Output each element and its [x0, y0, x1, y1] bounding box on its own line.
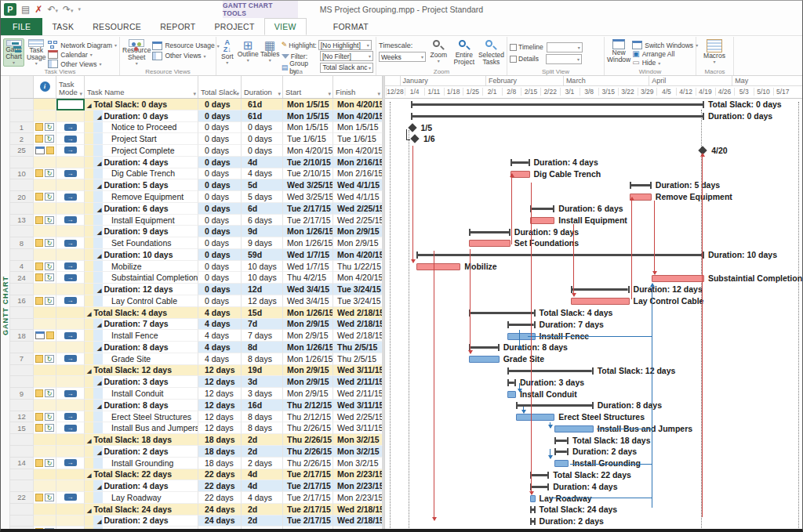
table-row[interactable]: ◢Duration: 9 days0 days9dMon 1/26/15Mon … — [10, 226, 383, 237]
finish-cell[interactable]: Wed 3/11/15 — [333, 365, 383, 377]
table-row[interactable]: ◢Duration: 3 days12 days3dMon 2/9/15Wed … — [10, 376, 383, 388]
gantt-chart-button[interactable]: Gantt Chart▾ — [3, 38, 24, 67]
other-views-2-button[interactable]: Other Views▾ — [152, 51, 219, 60]
task-mode-cell[interactable] — [56, 434, 85, 446]
tab-report[interactable]: REPORT — [151, 18, 205, 35]
row-number-cell[interactable] — [10, 365, 34, 377]
row-number-cell[interactable]: 8 — [10, 237, 34, 249]
task-mode-cell[interactable]: → — [56, 388, 85, 400]
task-name-cell[interactable]: Install Bus and Jumpers — [85, 422, 198, 434]
table-row[interactable]: ◢Total Slack: 12 days12 days19dMon 2/9/1… — [10, 365, 383, 377]
critical-task-bar[interactable] — [571, 298, 629, 305]
finish-cell[interactable]: Tue 3/24/15 — [333, 284, 383, 295]
indicators-cell[interactable]: ↻ — [34, 122, 56, 134]
duration-cell[interactable]: 0 days — [242, 133, 283, 145]
finish-cell[interactable]: Wed 3/11/15 — [333, 422, 383, 434]
indicators-cell[interactable] — [34, 365, 56, 377]
details-dropdown[interactable]: ▾ — [546, 54, 582, 64]
table-row[interactable]: ◢Total Slack: 24 days24 days2dTue 2/17/1… — [10, 504, 383, 516]
task-mode-cell[interactable] — [56, 110, 85, 122]
row-number-cell[interactable]: 15 — [10, 422, 34, 434]
task-bar[interactable] — [554, 460, 569, 467]
filter-arrow-icon[interactable]: ▾ — [377, 91, 380, 96]
start-cell[interactable]: Tue 2/17/15 — [283, 203, 333, 215]
start-cell[interactable]: Wed 3/25/15 — [283, 179, 333, 191]
task-name-cell[interactable]: Remove Equipment — [85, 191, 198, 203]
summary-bracket-bar[interactable] — [554, 448, 569, 455]
indicators-cell[interactable] — [34, 157, 56, 168]
indicators-cell[interactable]: ↻ — [34, 191, 56, 203]
table-row[interactable]: ◢Duration: 8 days4 days8dMon 1/26/15Thu … — [10, 342, 383, 353]
total-slack-cell[interactable]: 0 days — [198, 215, 242, 226]
duration-cell[interactable]: 10 days — [242, 261, 283, 273]
start-cell[interactable]: Tue 2/17/15 — [283, 480, 333, 492]
indicators-cell[interactable] — [34, 330, 56, 342]
task-mode-cell[interactable] — [56, 203, 85, 215]
duration-cell[interactable]: 4d — [242, 157, 283, 168]
table-row[interactable]: 22↻→Lay Roadway22 days4 daysTue 2/17/15M… — [10, 492, 383, 504]
indicators-cell[interactable]: ↻ — [34, 353, 56, 365]
active-cell-selection[interactable] — [56, 99, 85, 110]
duration-cell[interactable]: 4 days — [242, 168, 283, 180]
indicators-cell[interactable]: ↻ — [34, 492, 56, 504]
duration-cell[interactable]: 3 days — [242, 388, 283, 400]
finish-cell[interactable]: Mon 1/5/15 — [333, 122, 383, 134]
indicators-cell[interactable]: ↻ — [34, 272, 56, 284]
indicators-cell[interactable]: ↻ — [34, 295, 56, 307]
finish-cell[interactable]: Mon 3/2/15 — [333, 446, 383, 458]
task-name-cell[interactable]: ◢Duration: 9 days — [85, 226, 198, 237]
finish-cell[interactable]: Tue 3/24/15 — [333, 295, 383, 307]
start-cell[interactable]: Mon 2/9/15 — [283, 376, 333, 388]
total-slack-cell[interactable]: 12 days — [198, 422, 242, 434]
resource-sheet-button[interactable]: Resource Sheet▾ — [122, 38, 151, 67]
task-name-cell[interactable]: Dig Cable Trench — [85, 168, 198, 180]
finish-header[interactable]: Finish▾ — [333, 76, 383, 98]
finish-cell[interactable]: Thu 2/5/15 — [333, 353, 383, 365]
task-mode-cell[interactable]: → — [56, 353, 85, 365]
start-cell[interactable]: Wed 1/7/15 — [283, 261, 333, 273]
row-number-cell[interactable] — [10, 434, 34, 446]
task-bar[interactable] — [554, 425, 593, 432]
task-name-cell[interactable]: Project Complete — [85, 145, 198, 157]
summary-bracket-bar[interactable] — [507, 379, 516, 386]
task-usage-button[interactable]: Task Usage▾ — [26, 38, 46, 67]
duration-cell[interactable] — [242, 527, 283, 532]
row-number-cell[interactable]: 13 — [10, 215, 34, 226]
task-bar[interactable] — [530, 495, 536, 502]
total-slack-cell[interactable]: 0 days — [198, 179, 242, 191]
finish-cell[interactable]: Mon 4/20/15 — [333, 249, 383, 261]
duration-cell[interactable]: 7d — [242, 319, 283, 331]
start-cell[interactable]: Mon 2/9/15 — [283, 330, 333, 342]
indicators-cell[interactable]: ↻ — [34, 458, 56, 469]
total-slack-cell[interactable]: 22 days — [198, 480, 242, 492]
task-mode-cell[interactable]: → — [56, 191, 85, 203]
task-name-cell[interactable]: Grade Site — [85, 353, 198, 365]
duration-cell[interactable]: 8 days — [242, 422, 283, 434]
task-mode-cell[interactable] — [56, 516, 85, 527]
task-name-cell[interactable]: Set Foundations — [85, 237, 198, 249]
tab-project[interactable]: PROJECT — [205, 18, 264, 35]
row-number-cell[interactable] — [10, 179, 34, 191]
table-row[interactable]: 10↻→Dig Cable Trench0 days4 daysTue 2/10… — [10, 168, 383, 180]
finish-cell[interactable] — [333, 527, 383, 532]
duration-cell[interactable]: 10 days — [242, 272, 283, 284]
total-slack-cell[interactable]: 12 days — [198, 365, 242, 377]
task-mode-cell[interactable]: → — [56, 237, 85, 249]
task-mode-cell[interactable]: → — [56, 215, 85, 226]
task-name-cell[interactable]: ◢Duration: 7 days — [85, 319, 198, 331]
summary-bracket-bar[interactable] — [516, 402, 594, 409]
task-mode-cell[interactable]: → — [56, 295, 85, 307]
start-cell[interactable]: Mon 1/26/15 — [283, 353, 333, 365]
summary-bracket-bar[interactable] — [469, 344, 500, 351]
row-number-cell[interactable]: 14 — [10, 458, 34, 469]
total-slack-cell[interactable]: 0 days — [198, 122, 242, 134]
table-row[interactable]: ◢Total Slack: 18 days18 days2dThu 2/26/1… — [10, 434, 383, 446]
redo-icon[interactable]: ↷▾ — [63, 5, 74, 14]
indicators-cell[interactable] — [34, 400, 56, 411]
duration-cell[interactable]: 9 days — [242, 237, 283, 249]
filter-arrow-icon[interactable]: ▾ — [79, 91, 82, 96]
save-icon[interactable]: ▤ — [21, 5, 30, 14]
critical-task-bar[interactable] — [416, 263, 460, 270]
critical-task-bar[interactable] — [652, 275, 704, 282]
row-number-cell[interactable] — [10, 249, 34, 261]
